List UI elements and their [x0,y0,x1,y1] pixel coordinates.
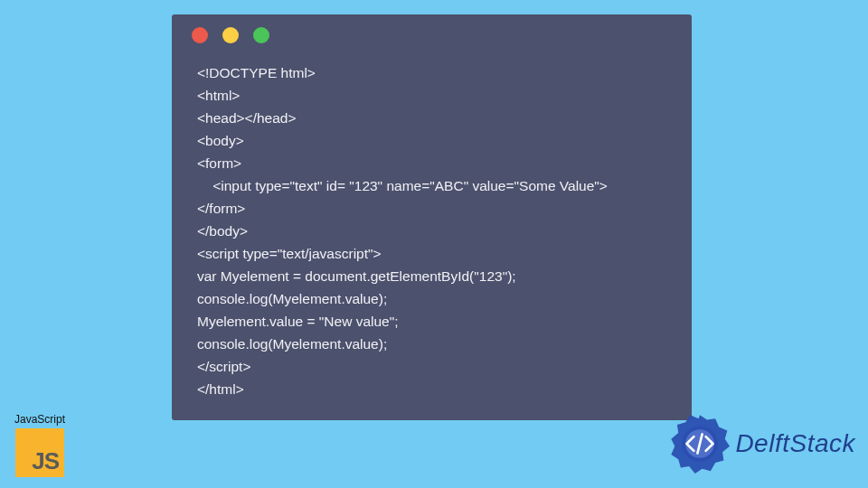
maximize-icon[interactable] [253,27,269,43]
javascript-icon-text: JS [32,447,59,475]
code-block: <!DOCTYPE html> <html> <head></head> <bo… [172,56,692,400]
javascript-badge: JavaScript JS [7,413,72,477]
delftstack-logo: DelftStack [670,414,855,474]
javascript-label: JavaScript [7,413,72,426]
minimize-icon[interactable] [222,27,239,43]
delftstack-text: DelftStack [735,429,855,458]
close-icon[interactable] [192,27,208,43]
code-window: <!DOCTYPE html> <html> <head></head> <bo… [172,14,692,420]
javascript-icon: JS [15,428,64,477]
window-titlebar [172,14,692,56]
delftstack-gear-icon [670,414,730,474]
